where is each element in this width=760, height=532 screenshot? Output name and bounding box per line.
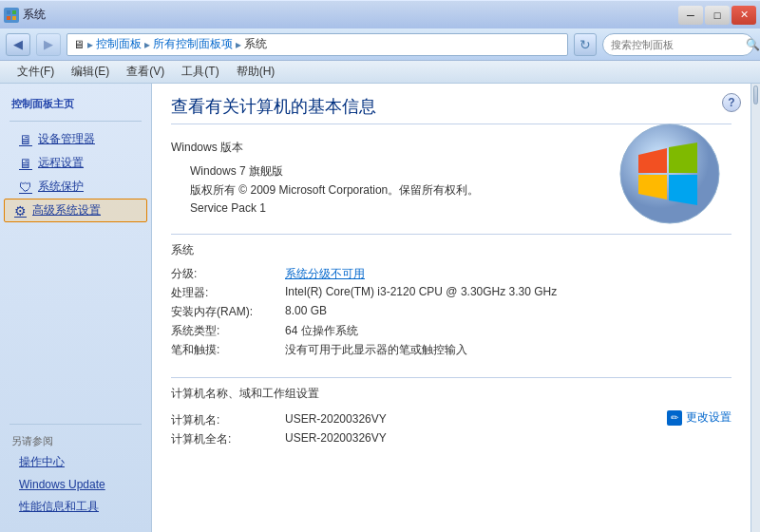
close-button[interactable]: ✕ (732, 6, 756, 25)
sidebar-item-advanced-label: 高级系统设置 (32, 202, 101, 218)
sidebar-item-device[interactable]: 🖥 设备管理器 (0, 127, 151, 151)
refresh-button[interactable]: ↻ (574, 33, 597, 56)
rating-label: 分级: (171, 266, 285, 282)
menu-edit[interactable]: 编辑(E) (64, 62, 117, 82)
scrollbar[interactable] (750, 84, 760, 532)
change-settings-label: 更改设置 (686, 409, 732, 426)
remote-icon: 🖥 (19, 156, 32, 171)
processor-label: 处理器: (171, 285, 285, 301)
title-bar-left: 系统 (4, 7, 46, 23)
sidebar-divider-1 (10, 121, 142, 122)
gear-icon: ⚙ (14, 203, 27, 218)
page-title: 查看有关计算机的基本信息 (171, 95, 732, 124)
address-bar: ◀ ▶ 🖥 ▸ 控制面板 ▸ 所有控制面板项 ▸ 系统 ↻ 🔍 (0, 28, 760, 61)
change-settings-button[interactable]: ✏ 更改设置 (667, 409, 732, 426)
window-icon (4, 8, 19, 23)
computer-name-row: 计算机名: USER-20200326VY (171, 412, 387, 428)
also-see-title: 另请参阅 (0, 430, 151, 450)
sidebar-item-performance[interactable]: 性能信息和工具 (0, 495, 151, 519)
section-sep-2 (171, 377, 732, 378)
search-input[interactable] (611, 39, 742, 50)
sidebar-item-advanced[interactable]: ⚙ 高级系统设置 (4, 199, 147, 222)
svg-rect-3 (12, 16, 16, 20)
sidebar-item-protection-label: 系统保护 (38, 179, 84, 195)
maximize-button[interactable]: □ (705, 6, 730, 25)
menu-view[interactable]: 查看(V) (119, 62, 172, 82)
sidebar-item-protection[interactable]: 🛡 系统保护 (0, 175, 151, 199)
device-icon: 🖥 (19, 132, 32, 147)
rating-row: 分级: 系统分级不可用 (171, 266, 732, 282)
windows-copyright: 版权所有 © 2009 Microsoft Corporation。保留所有权利… (190, 182, 479, 199)
rating-value[interactable]: 系统分级不可用 (285, 266, 365, 282)
pen-row: 笔和触摸: 没有可用于此显示器的笔或触控输入 (171, 342, 732, 358)
sidebar-bottom: 另请参阅 操作中心 Windows Update 性能信息和工具 (0, 412, 151, 524)
section-sep-1 (171, 234, 732, 235)
sidebar: 控制面板主页 🖥 设备管理器 🖥 远程设置 🛡 系统保护 ⚙ 高级系统设置 另请… (0, 84, 152, 532)
computer-fullname-value: USER-20200326VY (285, 431, 387, 447)
service-pack: Service Pack 1 (190, 201, 266, 215)
ram-row: 安装内存(RAM): 8.00 GB (171, 304, 732, 320)
computer-info: 计算机名: USER-20200326VY 计算机全名: USER-202003… (171, 409, 387, 450)
computer-section: 计算机名称、域和工作组设置 计算机名: USER-20200326VY 计算机全… (171, 386, 732, 450)
computer-name-value: USER-20200326VY (285, 412, 387, 428)
menu-tools[interactable]: 工具(T) (174, 62, 226, 82)
windows-logo (618, 122, 722, 226)
main-layout: 控制面板主页 🖥 设备管理器 🖥 远程设置 🛡 系统保护 ⚙ 高级系统设置 另请… (0, 84, 760, 532)
system-type-label: 系统类型: (171, 323, 285, 339)
system-section: 系统 分级: 系统分级不可用 处理器: Intel(R) Core(TM) i3… (171, 242, 732, 358)
processor-row: 处理器: Intel(R) Core(TM) i3-2120 CPU @ 3.3… (171, 285, 732, 301)
pen-label: 笔和触摸: (171, 342, 285, 358)
sidebar-item-windows-update-label: Windows Update (19, 478, 105, 491)
pen-value: 没有可用于此显示器的笔或触控输入 (285, 342, 467, 358)
system-section-label: 系统 (171, 242, 732, 258)
breadcrumb-1[interactable]: 控制面板 (96, 36, 142, 52)
search-icon: 🔍 (746, 38, 760, 51)
ram-label: 安装内存(RAM): (171, 304, 285, 320)
change-settings-icon: ✏ (667, 410, 682, 426)
svg-rect-1 (12, 10, 16, 14)
sidebar-item-device-label: 设备管理器 (38, 131, 95, 147)
menu-file[interactable]: 文件(F) (10, 62, 62, 82)
window-controls: ─ □ ✕ (678, 6, 756, 25)
sidebar-item-performance-label: 性能信息和工具 (19, 499, 99, 515)
computer-fullname-row: 计算机全名: USER-20200326VY (171, 431, 387, 447)
address-path[interactable]: 🖥 ▸ 控制面板 ▸ 所有控制面板项 ▸ 系统 (66, 33, 568, 56)
sidebar-item-remote[interactable]: 🖥 远程设置 (0, 151, 151, 175)
computer-name-label: 计算机名: (171, 412, 285, 428)
svg-rect-2 (7, 16, 10, 20)
content-area: ? 查看有关计算机的基本信息 Wind (152, 84, 750, 532)
sidebar-item-windows-update[interactable]: Windows Update (0, 474, 151, 495)
window-title: 系统 (23, 7, 46, 23)
breadcrumb-icon: 🖥 (73, 38, 85, 51)
back-button[interactable]: ◀ (6, 33, 30, 56)
svg-point-4 (620, 124, 719, 223)
sidebar-divider-2 (10, 424, 142, 425)
computer-section-label: 计算机名称、域和工作组设置 (171, 386, 732, 402)
ram-value: 8.00 GB (285, 304, 327, 320)
svg-rect-0 (7, 10, 10, 14)
breadcrumb-3: 系统 (244, 36, 267, 52)
windows-edition: Windows 7 旗舰版 (190, 163, 283, 180)
breadcrumb-2[interactable]: 所有控制面板项 (153, 36, 233, 52)
shield-icon: 🛡 (19, 180, 32, 195)
menu-help[interactable]: 帮助(H) (229, 62, 283, 82)
computer-fullname-label: 计算机全名: (171, 431, 285, 447)
sidebar-item-action-center-label: 操作中心 (19, 454, 65, 470)
search-box: 🔍 (602, 33, 754, 56)
system-type-value: 64 位操作系统 (285, 323, 358, 339)
sidebar-item-remote-label: 远程设置 (38, 155, 84, 171)
sidebar-main-title[interactable]: 控制面板主页 (0, 91, 151, 115)
forward-button[interactable]: ▶ (36, 33, 61, 56)
help-button[interactable]: ? (722, 93, 741, 112)
minimize-button[interactable]: ─ (678, 6, 703, 25)
menu-bar: 文件(F) 编辑(E) 查看(V) 工具(T) 帮助(H) (0, 61, 760, 84)
sidebar-item-action-center[interactable]: 操作中心 (0, 450, 151, 474)
system-type-row: 系统类型: 64 位操作系统 (171, 323, 732, 339)
processor-value: Intel(R) Core(TM) i3-2120 CPU @ 3.30GHz … (285, 285, 557, 301)
title-bar: 系统 ─ □ ✕ (0, 0, 760, 28)
